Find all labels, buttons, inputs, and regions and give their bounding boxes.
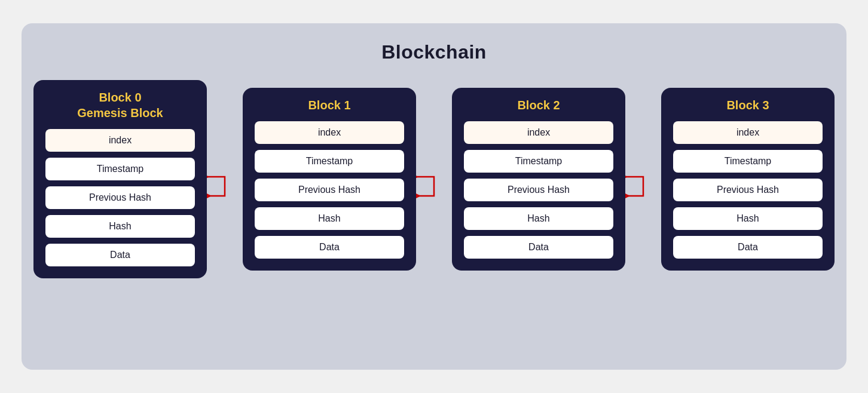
block-3-hash: Hash (673, 207, 823, 230)
block-1-wrapper: Block 1 index Timestamp Previous Hash Ha… (243, 88, 416, 271)
block-3-wrapper: Block 3 index Timestamp Previous Hash Ha… (661, 88, 835, 271)
block-3-previous-hash: Previous Hash (673, 179, 823, 201)
block-1-hash: Hash (255, 207, 404, 230)
block-2-index: index (464, 121, 613, 144)
block-0-previous-hash: Previous Hash (45, 186, 195, 209)
blockchain-container: Blockchain Block 0 Gemesis Block index T… (22, 23, 846, 370)
block-3-timestamp: Timestamp (673, 150, 823, 173)
blocks-row: Block 0 Gemesis Block index Timestamp Pr… (45, 80, 823, 278)
block-1-title: Block 1 (308, 97, 350, 113)
block-0-title: Block 0 Gemesis Block (77, 90, 163, 121)
block-1: Block 1 index Timestamp Previous Hash Ha… (243, 88, 416, 271)
arrow-1-2 (416, 131, 452, 227)
arrow-0-1 (207, 131, 243, 227)
block-3-data: Data (673, 236, 823, 259)
block-2-timestamp: Timestamp (464, 150, 613, 173)
block-0-hash: Hash (45, 215, 195, 238)
block-1-timestamp: Timestamp (255, 150, 404, 173)
block-0-wrapper: Block 0 Gemesis Block index Timestamp Pr… (33, 80, 207, 278)
block-2-data: Data (464, 236, 613, 259)
block-0-timestamp: Timestamp (45, 158, 195, 180)
block-0-data: Data (45, 244, 195, 266)
block-2: Block 2 index Timestamp Previous Hash Ha… (452, 88, 625, 271)
block-2-previous-hash: Previous Hash (464, 179, 613, 201)
block-1-index: index (255, 121, 404, 144)
block-3-title: Block 3 (726, 97, 769, 113)
block-2-wrapper: Block 2 index Timestamp Previous Hash Ha… (452, 88, 625, 271)
block-1-data: Data (255, 236, 404, 259)
arrow-2-3 (625, 131, 661, 227)
block-2-hash: Hash (464, 207, 613, 230)
block-3: Block 3 index Timestamp Previous Hash Ha… (661, 88, 835, 271)
svg-marker-4 (416, 194, 421, 198)
svg-marker-2 (207, 194, 212, 198)
block-1-previous-hash: Previous Hash (255, 179, 404, 201)
block-3-index: index (673, 121, 823, 144)
block-2-title: Block 2 (517, 97, 560, 113)
svg-marker-6 (625, 194, 630, 198)
page-title: Blockchain (381, 41, 487, 63)
block-0: Block 0 Gemesis Block index Timestamp Pr… (33, 80, 207, 278)
block-0-index: index (45, 129, 195, 152)
